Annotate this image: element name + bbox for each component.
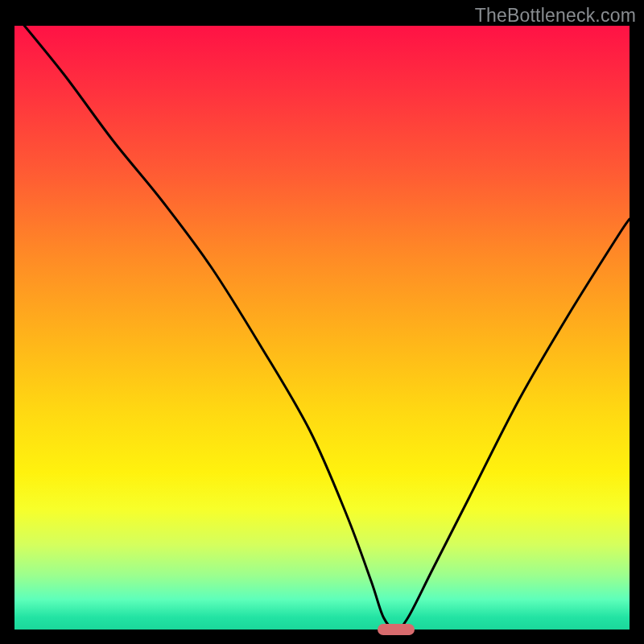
bottleneck-curve (14, 26, 630, 630)
plot-area (14, 26, 630, 630)
chart-frame: TheBottleneck.com (0, 0, 644, 644)
optimal-marker (378, 624, 415, 635)
attribution-label: TheBottleneck.com (475, 5, 636, 27)
